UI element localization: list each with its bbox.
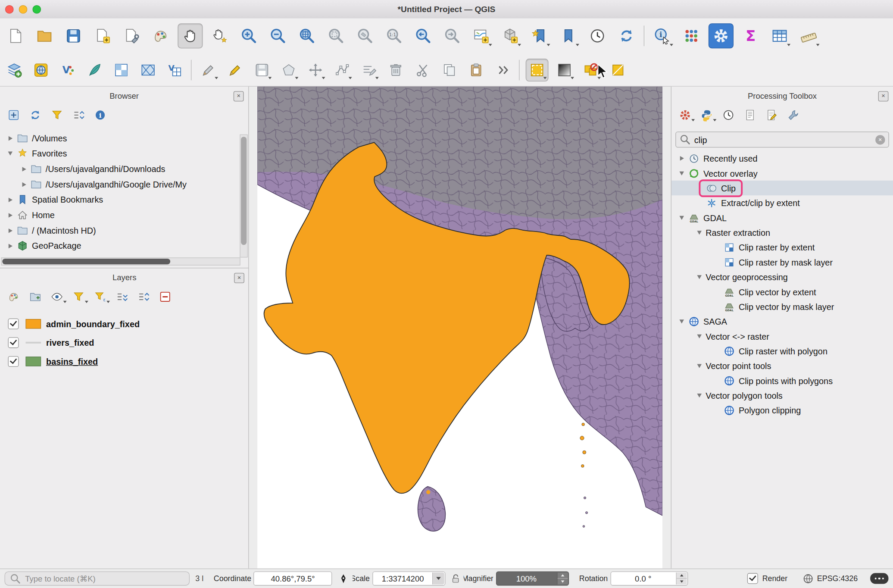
select-by-value-button[interactable] (553, 59, 575, 81)
browser-refresh-button[interactable] (27, 107, 43, 122)
models-button[interactable] (699, 107, 714, 122)
messages-button[interactable] (870, 573, 888, 584)
processing-close-icon[interactable]: × (878, 91, 889, 101)
style-manager-button[interactable] (149, 24, 173, 48)
expand-arrow-icon[interactable] (695, 364, 704, 368)
tree-item-users-ujavalgandhi-google-drive-my[interactable]: /Users/ujavalgandhi/Google Drive/My (0, 177, 248, 192)
data-source-manager-button[interactable] (3, 59, 25, 81)
zoom-native-button[interactable]: 1:1 (382, 24, 406, 48)
browser-filter-button[interactable] (49, 107, 65, 122)
render-checkbox[interactable]: Render (747, 573, 787, 584)
layer-visibility-checkbox[interactable] (8, 356, 19, 367)
plugins-button[interactable] (679, 24, 703, 48)
expand-arrow-icon[interactable] (695, 231, 704, 235)
expand-arrow-icon[interactable] (6, 244, 15, 248)
zoom-last-button[interactable] (411, 24, 435, 48)
coordinate-field[interactable]: 40.86°,79.5° (253, 571, 332, 585)
tree-item-extract-clip-by-extent[interactable]: Extract/clip by extent (671, 195, 893, 210)
new-map-view-button[interactable] (469, 24, 493, 48)
filter-legend-button[interactable] (71, 289, 86, 304)
results-viewer-button[interactable] (742, 107, 758, 122)
tree-item-saga[interactable]: SAGA (671, 314, 893, 328)
edit-in-place-button[interactable] (764, 107, 779, 122)
add-wms-layer-button[interactable] (30, 59, 52, 81)
expand-arrow-icon[interactable] (19, 182, 28, 187)
tree-item-volumes[interactable]: /Volumes (0, 131, 248, 146)
tree-item-geopackage[interactable]: GeoPackage (0, 238, 248, 253)
tree-item-macintosh-hd[interactable]: / (Macintosh HD) (0, 223, 248, 238)
magnifier-steppers[interactable] (557, 572, 568, 585)
save-layer-edits-button[interactable] (251, 59, 273, 81)
expand-all-button[interactable] (114, 289, 129, 304)
scale-dropdown-icon[interactable] (432, 572, 444, 585)
measure-button[interactable] (797, 24, 821, 48)
collapse-all-button[interactable] (136, 289, 151, 304)
history-button[interactable] (721, 107, 736, 122)
browser-collapse-all-button[interactable] (71, 107, 86, 122)
add-raster-layer-button[interactable] (110, 59, 132, 81)
add-polygon-feature-button[interactable] (278, 59, 300, 81)
add-mesh-layer-button[interactable] (137, 59, 159, 81)
current-edits-button[interactable] (198, 59, 219, 81)
tree-item-home[interactable]: Home (0, 207, 248, 223)
layer-styling-button[interactable] (6, 289, 21, 304)
add-vector-layer-button[interactable]: V (57, 59, 78, 81)
expand-arrow-icon[interactable] (6, 228, 15, 233)
layer-item-admin_boundary_fixed[interactable]: admin_boundary_fixed (0, 314, 249, 333)
tree-item-clip-points-with-polygons[interactable]: Clip points with polygons (671, 373, 893, 388)
tree-item-clip-raster-with-polygon[interactable]: Clip raster with polygon (671, 344, 893, 358)
layer-item-basins_fixed[interactable]: basins_fixed (0, 352, 249, 371)
expand-arrow-icon[interactable] (695, 275, 704, 279)
new-print-layout-button[interactable] (91, 24, 115, 48)
remove-layer-button[interactable] (157, 289, 173, 304)
expand-arrow-icon[interactable] (6, 213, 15, 218)
tree-item-users-ujavalgandhi-downloads[interactable]: /Users/ujavalgandhi/Downloads (0, 161, 248, 177)
toolbar-overflow-button[interactable] (492, 59, 514, 81)
crs-status[interactable]: EPSG:4326 (802, 573, 858, 584)
add-delimited-text-button[interactable] (84, 59, 105, 81)
vertex-tool-button[interactable] (331, 59, 353, 81)
tree-item-vector-geoprocessing[interactable]: Vector geoprocessing (671, 269, 893, 284)
zoom-full-button[interactable] (295, 24, 319, 48)
pan-to-selection-button[interactable] (208, 24, 232, 48)
identify-features-button[interactable]: i (650, 24, 674, 48)
toolbox-options-button[interactable] (677, 107, 693, 122)
expand-arrow-icon[interactable] (6, 136, 15, 141)
manage-visibility-button[interactable] (49, 289, 65, 304)
pan-map-button[interactable] (178, 23, 203, 48)
expand-arrow-icon[interactable] (677, 319, 686, 323)
locate-input[interactable]: Type to locate (⌘K) (5, 571, 190, 585)
tree-item-clip[interactable]: Clip (671, 181, 893, 195)
layer-visibility-checkbox[interactable] (8, 337, 19, 348)
temporal-controller-button[interactable] (585, 24, 609, 48)
paste-features-button[interactable] (465, 59, 487, 81)
tree-item-vector-overlay[interactable]: Vector overlay (671, 166, 893, 181)
clear-search-icon[interactable]: × (875, 135, 885, 144)
tree-item-clip-raster-by-extent[interactable]: Clip raster by extent (671, 240, 893, 254)
new-3d-map-view-button[interactable] (498, 24, 522, 48)
rotation-steppers[interactable] (676, 572, 687, 585)
lock-scale-icon[interactable] (450, 573, 461, 584)
tree-item-clip-vector-by-extent[interactable]: GDALClip vector by extent (671, 284, 893, 299)
tree-item-recently-used[interactable]: Recently used (671, 151, 893, 166)
modify-attributes-button[interactable] (358, 59, 380, 81)
zoom-in-button[interactable] (237, 24, 261, 48)
toolbox-search-input[interactable]: clip × (675, 131, 889, 147)
new-project-button[interactable] (3, 24, 28, 48)
tree-item-spatial-bookmarks[interactable]: Spatial Bookmarks (0, 192, 248, 207)
refresh-map-button[interactable] (615, 24, 639, 48)
toolbox-settings-button[interactable] (785, 107, 801, 122)
tree-item-clip-vector-by-mask-layer[interactable]: GDALClip vector by mask layer (671, 299, 893, 314)
tree-item-polygon-clipping[interactable]: Polygon clipping (671, 403, 893, 417)
browser-close-icon[interactable]: × (234, 91, 244, 101)
show-bookmarks-button[interactable] (556, 24, 581, 48)
filter-expression-button[interactable]: ε (92, 289, 108, 304)
tree-item-favorites[interactable]: Favorites (0, 146, 248, 161)
zoom-to-selection-button[interactable] (324, 24, 348, 48)
layer-item-rivers_fixed[interactable]: rivers_fixed (0, 333, 249, 352)
save-project-button[interactable] (62, 24, 86, 48)
expand-arrow-icon[interactable] (677, 216, 686, 219)
tree-item-vector-raster[interactable]: Vector <-> raster (671, 328, 893, 343)
browser-properties-button[interactable]: i (92, 107, 108, 122)
zoom-to-layer-button[interactable] (353, 24, 377, 48)
